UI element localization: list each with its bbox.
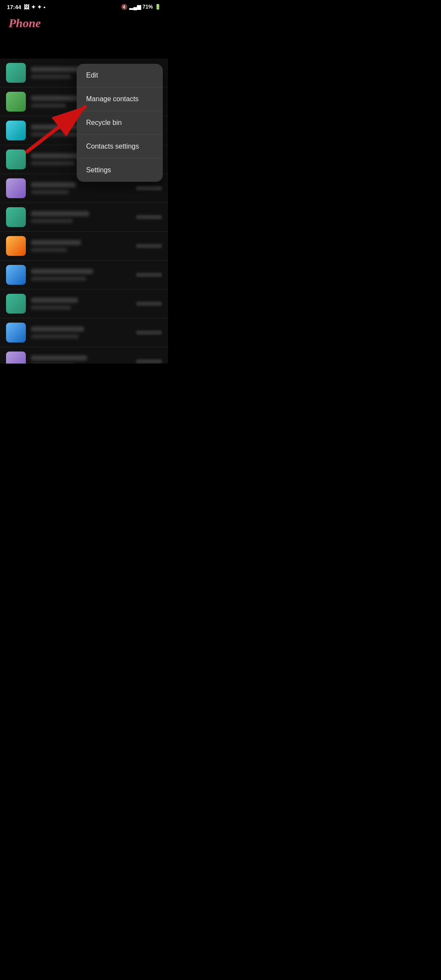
avatar xyxy=(6,323,26,342)
contact-info xyxy=(31,240,131,252)
dropdown-menu: EditManage contactsRecycle binContacts s… xyxy=(77,64,163,182)
contact-detail-bar xyxy=(31,132,81,137)
contact-row[interactable] xyxy=(0,261,168,289)
contact-detail-bar xyxy=(31,161,75,165)
signal-icon: ▂▄▆ xyxy=(129,4,141,10)
call-indicator xyxy=(136,273,162,277)
call-indicator xyxy=(136,359,162,364)
status-right: 🔇 ▂▄▆ 71% 🔋 xyxy=(121,4,161,10)
contact-name-bar xyxy=(31,269,93,274)
contact-detail-bar xyxy=(31,75,71,79)
battery-display: 71% xyxy=(143,4,153,10)
app-container: 17:44 🖼 ✦ ✦ • 🔇 ▂▄▆ 71% 🔋 Phone EditMana… xyxy=(0,0,168,364)
contact-detail-bar xyxy=(31,248,67,252)
main-area: EditManage contactsRecycle binContacts s… xyxy=(0,33,168,364)
battery-icon: 🔋 xyxy=(155,4,161,10)
contact-detail-bar xyxy=(31,219,73,223)
avatar xyxy=(6,178,26,198)
contact-name-bar xyxy=(31,327,84,332)
contact-detail-bar xyxy=(31,305,71,310)
call-indicator xyxy=(136,186,162,190)
call-indicator xyxy=(136,215,162,219)
call-indicator xyxy=(136,302,162,306)
status-icons: 🖼 ✦ ✦ • xyxy=(24,4,45,10)
contact-name-bar xyxy=(31,355,87,361)
contact-info xyxy=(31,182,131,194)
mute-icon: 🔇 xyxy=(121,4,127,10)
call-indicator xyxy=(136,244,162,248)
contact-info xyxy=(31,355,131,364)
contact-name-bar xyxy=(31,182,76,187)
app-title: Phone xyxy=(0,12,168,33)
avatar xyxy=(6,149,26,169)
avatar xyxy=(6,265,26,285)
menu-item-manage-contacts[interactable]: Manage contacts xyxy=(77,87,163,111)
avatar xyxy=(6,294,26,314)
contact-row[interactable] xyxy=(0,347,168,364)
contact-name-bar xyxy=(31,211,89,216)
avatar xyxy=(6,63,26,83)
avatar xyxy=(6,207,26,227)
avatar xyxy=(6,121,26,140)
contact-row[interactable] xyxy=(0,203,168,232)
contact-info xyxy=(31,327,131,339)
contact-detail-bar xyxy=(31,277,86,281)
contact-row[interactable] xyxy=(0,318,168,347)
status-bar: 17:44 🖼 ✦ ✦ • 🔇 ▂▄▆ 71% 🔋 xyxy=(0,0,168,12)
menu-item-edit[interactable]: Edit xyxy=(77,64,163,87)
avatar xyxy=(6,92,26,112)
contact-detail-bar xyxy=(31,334,79,339)
status-left: 17:44 🖼 ✦ ✦ • xyxy=(7,4,46,10)
contact-info xyxy=(31,211,131,223)
contact-name-bar xyxy=(31,96,79,101)
contact-detail-bar xyxy=(31,190,69,194)
avatar xyxy=(6,352,26,364)
contact-info xyxy=(31,269,131,281)
menu-item-recycle-bin[interactable]: Recycle bin xyxy=(77,111,163,135)
contact-name-bar xyxy=(31,153,83,159)
contact-info xyxy=(31,298,131,310)
avatar xyxy=(6,236,26,256)
menu-item-settings[interactable]: Settings xyxy=(77,159,163,182)
contact-row[interactable] xyxy=(0,289,168,318)
call-indicator xyxy=(136,330,162,335)
menu-item-contacts-settings[interactable]: Contacts settings xyxy=(77,135,163,159)
contact-detail-bar xyxy=(31,103,66,108)
contact-row[interactable] xyxy=(0,232,168,261)
contact-detail-bar xyxy=(31,363,74,364)
time-display: 17:44 xyxy=(7,4,21,10)
contact-name-bar xyxy=(31,240,81,245)
contact-name-bar xyxy=(31,298,78,303)
